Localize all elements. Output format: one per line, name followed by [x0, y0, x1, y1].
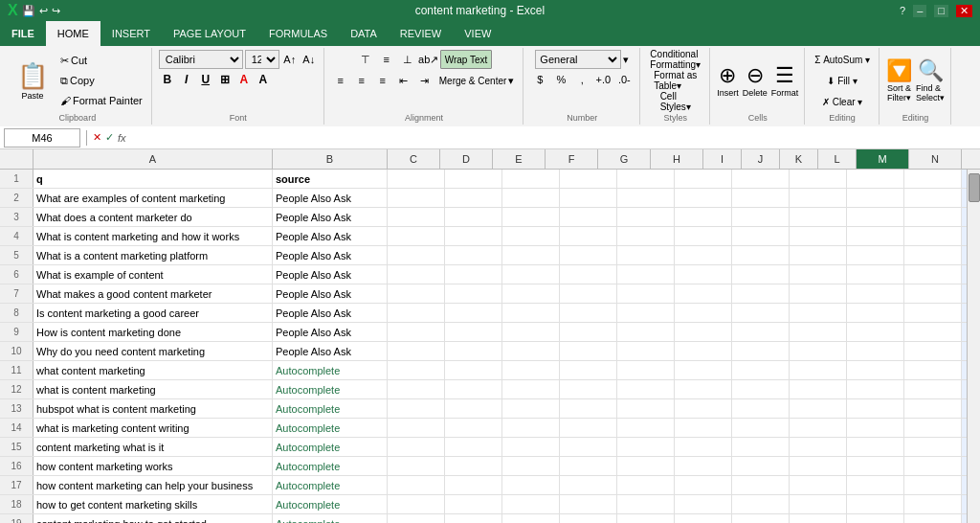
cell-l[interactable]: [904, 304, 962, 322]
cell-l[interactable]: [904, 419, 962, 437]
cell-g[interactable]: [617, 457, 675, 475]
col-header-i[interactable]: I: [703, 149, 742, 169]
cell-a[interactable]: how content marketing works: [33, 457, 273, 475]
cell-b[interactable]: People Also Ask: [273, 342, 388, 360]
cell-a[interactable]: What is content marketing and how it wor…: [33, 227, 273, 245]
cell-i[interactable]: [732, 514, 790, 523]
cell-k[interactable]: [847, 227, 904, 245]
col-header-a[interactable]: A: [33, 149, 273, 169]
cell-l[interactable]: [904, 438, 962, 456]
cell-b[interactable]: People Also Ask: [273, 323, 388, 341]
help-button[interactable]: ?: [900, 5, 905, 17]
insert-button[interactable]: ⊕ Insert: [717, 63, 739, 98]
conditional-formatting-button[interactable]: ConditionalFormatting▾: [647, 50, 703, 69]
autosum-button[interactable]: Σ AutoSum ▾: [812, 50, 873, 69]
row-number[interactable]: 1: [0, 170, 33, 188]
col-header-c[interactable]: C: [388, 149, 440, 169]
cell-b[interactable]: People Also Ask: [273, 304, 388, 322]
align-top-button[interactable]: ⊤: [356, 51, 375, 68]
tab-insert[interactable]: INSERT: [100, 21, 162, 46]
cell-f[interactable]: [560, 265, 617, 284]
fill-button[interactable]: ⬇ Fill ▾: [824, 71, 859, 90]
cell-g[interactable]: [617, 227, 675, 245]
cell-d[interactable]: [445, 419, 502, 437]
cell-d[interactable]: [445, 246, 502, 264]
underline-button[interactable]: U: [197, 71, 214, 88]
cell-l[interactable]: [904, 227, 962, 245]
row-number[interactable]: 16: [0, 457, 33, 475]
cell-f[interactable]: [560, 457, 617, 475]
cell-f[interactable]: [560, 514, 617, 523]
cell-i[interactable]: [732, 227, 790, 245]
cell-f[interactable]: [560, 170, 617, 188]
comma-button[interactable]: ,: [572, 71, 591, 88]
cell-c[interactable]: [388, 208, 445, 226]
cell-k[interactable]: [847, 323, 904, 341]
cell-i[interactable]: [732, 246, 790, 264]
cell-l[interactable]: [904, 284, 962, 303]
row-number[interactable]: 15: [0, 438, 33, 456]
cell-e[interactable]: [502, 438, 560, 456]
cell-g[interactable]: [617, 361, 675, 379]
cell-k[interactable]: [847, 208, 904, 226]
cell-k[interactable]: [847, 399, 904, 418]
cell-k[interactable]: [847, 361, 904, 379]
cell-g[interactable]: [617, 342, 675, 360]
minimize-button[interactable]: –: [913, 5, 926, 17]
cell-h[interactable]: [675, 361, 732, 379]
cell-j[interactable]: [790, 284, 847, 303]
col-header-f[interactable]: F: [546, 149, 598, 169]
cell-i[interactable]: [732, 304, 790, 322]
cell-j[interactable]: [790, 323, 847, 341]
cell-l[interactable]: [904, 514, 962, 523]
cell-f[interactable]: [560, 227, 617, 245]
cell-a[interactable]: q: [33, 170, 273, 188]
cell-j[interactable]: [790, 476, 847, 494]
format-as-table-button[interactable]: Format asTable▾: [651, 71, 700, 90]
cell-d[interactable]: [445, 399, 502, 418]
cell-a[interactable]: content marketing what is it: [33, 438, 273, 456]
cell-g[interactable]: [617, 495, 675, 513]
cell-g[interactable]: [617, 380, 675, 398]
tab-view[interactable]: VIEW: [453, 21, 502, 46]
cell-h[interactable]: [675, 419, 732, 437]
row-number[interactable]: 8: [0, 304, 33, 322]
cell-h[interactable]: [675, 380, 732, 398]
cell-d[interactable]: [445, 227, 502, 245]
cell-a[interactable]: What is example of content: [33, 265, 273, 284]
cell-l[interactable]: [904, 189, 962, 207]
cell-h[interactable]: [675, 323, 732, 341]
cell-b[interactable]: People Also Ask: [273, 284, 388, 303]
cell-i[interactable]: [732, 419, 790, 437]
cell-a[interactable]: hubspot what is content marketing: [33, 399, 273, 418]
cancel-formula-icon[interactable]: ✕: [93, 131, 101, 144]
cell-d[interactable]: [445, 476, 502, 494]
cell-f[interactable]: [560, 476, 617, 494]
cell-k[interactable]: [847, 304, 904, 322]
cell-l[interactable]: [904, 361, 962, 379]
row-number[interactable]: 12: [0, 380, 33, 398]
delete-button[interactable]: ⊖ Delete: [743, 63, 768, 98]
cell-g[interactable]: [617, 246, 675, 264]
tab-file[interactable]: FILE: [0, 21, 46, 46]
cell-b[interactable]: Autocomplete: [273, 514, 388, 523]
cell-b[interactable]: People Also Ask: [273, 189, 388, 207]
cell-b[interactable]: Autocomplete: [273, 419, 388, 437]
scrollbar-thumb[interactable]: [969, 173, 980, 202]
cell-b[interactable]: Autocomplete: [273, 457, 388, 475]
tab-home[interactable]: HOME: [46, 21, 100, 46]
cell-e[interactable]: [502, 399, 560, 418]
cell-i[interactable]: [732, 284, 790, 303]
col-header-n[interactable]: N: [909, 149, 962, 169]
cell-b[interactable]: Autocomplete: [273, 476, 388, 494]
cell-a[interactable]: Why do you need content marketing: [33, 342, 273, 360]
tab-formulas[interactable]: FORMULAS: [257, 21, 339, 46]
cell-i[interactable]: [732, 476, 790, 494]
col-header-k[interactable]: K: [780, 149, 818, 169]
cell-e[interactable]: [502, 170, 560, 188]
cell-f[interactable]: [560, 189, 617, 207]
cell-h[interactable]: [675, 265, 732, 284]
cell-l[interactable]: [904, 170, 962, 188]
cell-b[interactable]: People Also Ask: [273, 227, 388, 245]
cell-h[interactable]: [675, 170, 732, 188]
